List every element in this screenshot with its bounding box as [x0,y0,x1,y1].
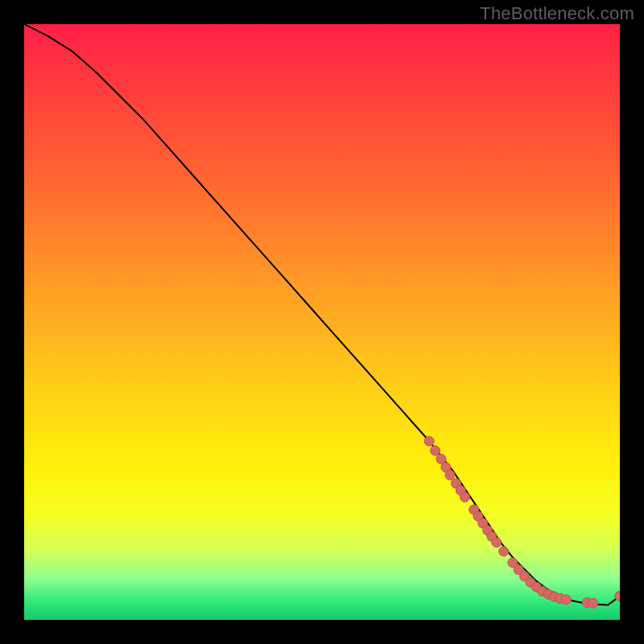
data-point [588,598,598,608]
chart-overlay [24,24,620,620]
data-point [492,538,502,547]
data-point [499,547,509,556]
data-point [431,446,440,456]
bottleneck-curve [24,24,620,605]
plot-area [24,24,620,620]
data-points [424,436,620,608]
data-point [561,595,571,605]
chart-frame: TheBottleneck.com [0,0,644,644]
watermark-text: TheBottleneck.com [480,3,634,24]
data-point [445,470,455,480]
data-point [424,436,434,446]
data-point [460,493,470,502]
